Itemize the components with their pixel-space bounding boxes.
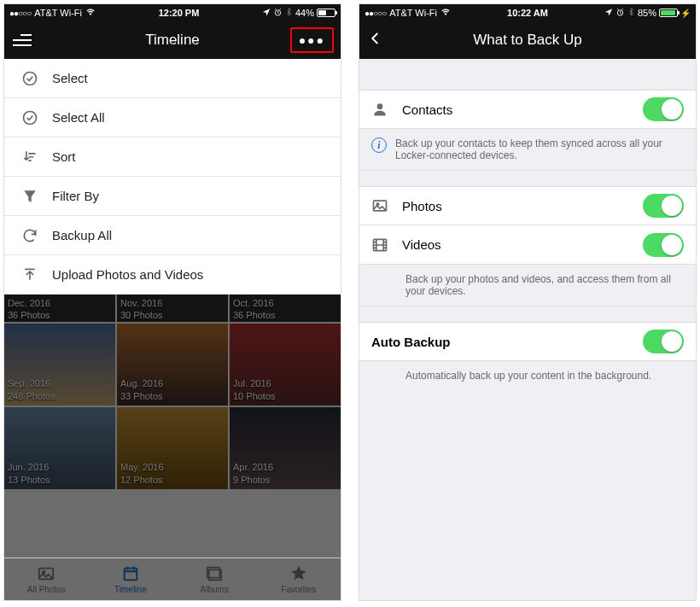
info-contacts: i Back up your contacts to keep them syn… [359, 129, 696, 171]
alarm-icon [273, 8, 283, 19]
sync-icon [18, 227, 42, 244]
menu-item-select-all[interactable]: Select All [4, 98, 341, 137]
info-icon: i [371, 137, 387, 153]
row-label: Contacts [402, 102, 643, 117]
menu-item-select[interactable]: Select [4, 59, 341, 98]
menu-item-sort[interactable]: Sort [4, 137, 341, 177]
toggle-videos[interactable] [643, 233, 684, 257]
settings-body: Contacts i Back up your contacts to keep… [359, 59, 696, 600]
menu-item-upload[interactable]: Upload Photos and Videos [4, 255, 341, 295]
more-highlight: ●●● [290, 27, 334, 53]
battery-icon [659, 9, 678, 17]
carrier-label: AT&T Wi-Fi [34, 8, 82, 18]
status-right: 44% [262, 8, 335, 19]
wifi-icon [440, 7, 451, 19]
svg-point-9 [377, 103, 383, 109]
grid-header[interactable]: Oct. 201636 Photos [230, 295, 341, 322]
back-button[interactable] [368, 21, 383, 59]
nav-bar: What to Back Up [359, 21, 696, 59]
battery-icon [317, 9, 335, 17]
row-contacts[interactable]: Contacts [359, 90, 696, 129]
menu-label: Select [52, 71, 88, 85]
status-left: ●●○○○ AT&T Wi-Fi [365, 7, 451, 19]
status-bar: ●●○○○ AT&T Wi-Fi 10:22 AM 85% ⚡ [359, 4, 696, 21]
photo-grid: Dec. 201636 Photos Nov. 201630 Photos Oc… [4, 295, 341, 557]
row-videos[interactable]: Videos [359, 225, 696, 265]
check-circle-icon [18, 109, 42, 126]
battery-pct: 44% [295, 8, 314, 18]
row-label: Videos [402, 237, 643, 252]
more-icon: ●●● [299, 33, 325, 47]
row-label: Auto Backup [371, 335, 643, 349]
grid-cell[interactable]: Aug. 201633 Photos [117, 324, 228, 406]
tab-timeline[interactable]: Timeline [89, 558, 173, 600]
menu-label: Sort [52, 149, 76, 164]
tab-all-photos[interactable]: All Photos [4, 558, 89, 600]
info-text: Back up your contacts to keep them synce… [395, 137, 684, 161]
grid-cell[interactable]: Jul. 201610 Photos [230, 324, 341, 406]
grid-cell[interactable]: Jun. 201613 Photos [4, 407, 115, 489]
tab-favorites[interactable]: Favorites [257, 558, 341, 600]
svg-rect-5 [124, 569, 137, 581]
menu-item-backup-all[interactable]: Backup All [4, 216, 341, 255]
info-media: Back up your photos and videos, and acce… [359, 265, 696, 306]
row-photos[interactable]: Photos [359, 186, 696, 225]
info-auto: Automatically back up your content in th… [359, 361, 696, 390]
location-icon [604, 8, 613, 18]
row-auto-backup[interactable]: Auto Backup [359, 322, 696, 361]
chevron-left-icon [368, 31, 383, 50]
row-label: Photos [402, 199, 643, 213]
film-icon [371, 236, 394, 254]
charging-icon: ⚡ [680, 9, 691, 18]
toggle-contacts[interactable] [643, 97, 684, 121]
hamburger-button[interactable] [13, 21, 32, 59]
wifi-icon [85, 7, 96, 19]
svg-point-2 [24, 111, 37, 124]
carrier-label: AT&T Wi-Fi [389, 8, 437, 18]
menu-item-filter[interactable]: Filter By [4, 177, 341, 216]
phone-timeline: ●●○○○ AT&T Wi-Fi 12:20 PM 44% Timeline [3, 3, 341, 601]
bluetooth-icon [627, 8, 635, 19]
page-title: What to Back Up [473, 32, 582, 49]
signal-dots-icon: ●●○○○ [9, 9, 31, 18]
status-time: 10:22 AM [451, 8, 604, 18]
toggle-photos[interactable] [643, 194, 684, 218]
phone-backup-settings: ●●○○○ AT&T Wi-Fi 10:22 AM 85% ⚡ [359, 3, 697, 601]
grid-header[interactable]: Dec. 201636 Photos [4, 295, 115, 322]
grid-cell[interactable]: Sep. 2016248 Photos [4, 324, 115, 406]
status-right: 85% ⚡ [604, 8, 691, 19]
sort-icon [18, 149, 42, 166]
signal-dots-icon: ●●○○○ [365, 9, 386, 18]
check-circle-icon [18, 70, 42, 87]
svg-point-1 [24, 72, 37, 85]
more-button[interactable]: ●●● [290, 21, 334, 59]
location-icon [262, 8, 271, 18]
upload-icon [18, 266, 42, 283]
tab-albums[interactable]: Albums [172, 558, 257, 600]
battery-pct: 85% [638, 8, 656, 18]
tab-bar: All Photos Timeline Albums Favorites [4, 557, 341, 600]
menu-label: Backup All [52, 228, 112, 242]
menu-label: Filter By [52, 189, 99, 203]
menu-label: Select All [52, 110, 105, 125]
bluetooth-icon [285, 8, 293, 19]
actions-menu: Select Select All Sort Filter By Backup … [4, 59, 341, 295]
menu-label: Upload Photos and Videos [52, 267, 203, 282]
alarm-icon [615, 8, 625, 19]
page-title: Timeline [145, 32, 200, 49]
status-left: ●●○○○ AT&T Wi-Fi [9, 7, 96, 19]
status-time: 12:20 PM [96, 8, 262, 18]
grid-cell[interactable]: Apr. 20169 Photos [230, 407, 341, 489]
nav-bar: Timeline ●●● [4, 21, 341, 59]
grid-header[interactable]: Nov. 201630 Photos [117, 295, 228, 322]
filter-icon [18, 188, 42, 205]
status-bar: ●●○○○ AT&T Wi-Fi 12:20 PM 44% [4, 4, 341, 21]
hamburger-icon [13, 34, 32, 46]
grid-cell[interactable]: May. 201612 Photos [117, 407, 228, 489]
toggle-auto-backup[interactable] [643, 330, 684, 353]
person-icon [371, 101, 394, 118]
photo-icon [371, 197, 394, 214]
